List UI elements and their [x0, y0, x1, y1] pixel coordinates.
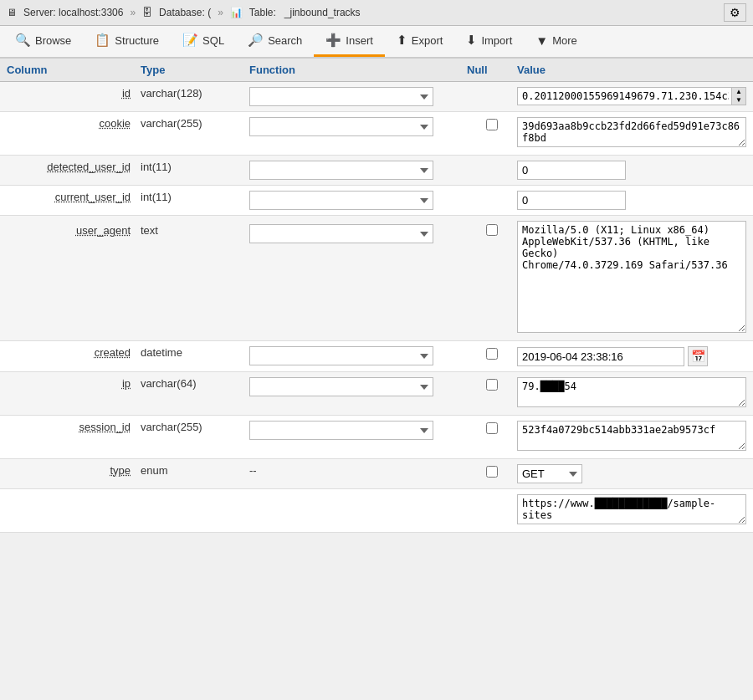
column-link-session-id[interactable]: session_id [79, 421, 131, 433]
function-created [249, 346, 467, 365]
input-cookie[interactable]: 39d693aa8b9ccb23fd2d66fed59d91e73c86f8bd [517, 117, 746, 147]
type-type: enum [141, 464, 249, 477]
search-button[interactable]: 🔎 Search [236, 26, 314, 57]
function-ip [249, 377, 467, 396]
insert-icon: ➕ [325, 33, 341, 48]
table-row: session_id varchar(255) 523f4a0729bc514a… [0, 416, 753, 459]
enum-wrapper-type: GET POST PUT DELETE [517, 464, 746, 483]
column-link-cookie[interactable]: cookie [99, 117, 131, 130]
header-column: Column [7, 64, 141, 76]
structure-label: Structure [115, 34, 159, 47]
value-detected-user-id [517, 161, 746, 180]
settings-button[interactable]: ⚙ [724, 3, 746, 22]
function-select-current-user-id[interactable] [249, 191, 433, 210]
insert-button[interactable]: ➕ Insert [314, 26, 385, 57]
title-bar: 🖥 Server: localhost:3306 » 🗄 Database: (… [0, 0, 753, 26]
function-id [249, 87, 467, 106]
structure-button[interactable]: 📋 Structure [83, 26, 171, 57]
input-ip[interactable]: 79.<span class="blurred-box"></span>54 [517, 377, 746, 407]
input-created[interactable] [517, 347, 684, 366]
browse-button[interactable]: 🔍 Browse [3, 26, 83, 57]
input-detected-user-id[interactable] [517, 161, 626, 180]
table-row: https://www.<span style="background:#ccc… [0, 489, 753, 533]
input-url[interactable]: https://www.<span style="background:#ccc… [517, 494, 746, 524]
search-label: Search [268, 34, 302, 47]
null-created[interactable] [467, 346, 517, 360]
more-label: More [552, 34, 577, 47]
insert-label: Insert [346, 34, 373, 47]
null-checkbox-cookie[interactable] [486, 119, 498, 130]
more-icon: ▼ [535, 33, 548, 48]
null-checkbox-type[interactable] [486, 466, 498, 478]
enum-select-type[interactable]: GET POST PUT DELETE [517, 464, 582, 483]
value-cookie: 39d693aa8b9ccb23fd2d66fed59d91e73c86f8bd [517, 117, 746, 150]
server-label: Server: localhost:3306 [23, 7, 123, 18]
column-link-ip[interactable]: ip [122, 377, 131, 390]
column-link-created[interactable]: created [95, 346, 131, 359]
function-select-created[interactable] [249, 346, 433, 365]
sql-button[interactable]: 📝 SQL [171, 26, 236, 57]
header-type: Type [141, 64, 249, 76]
sql-icon: 📝 [182, 33, 198, 48]
null-ip[interactable] [467, 377, 517, 391]
input-current-user-id[interactable] [517, 191, 626, 210]
null-checkbox-session-id[interactable] [486, 422, 498, 434]
type-ip: varchar(64) [141, 377, 249, 390]
null-cookie[interactable] [467, 117, 517, 130]
export-button[interactable]: ⬆ Export [385, 26, 455, 57]
null-current-user-id [467, 191, 517, 192]
spinner-down-id[interactable]: ▼ [732, 96, 745, 105]
import-button[interactable]: ⬇ Import [454, 26, 524, 57]
export-label: Export [412, 34, 443, 47]
null-url [467, 494, 517, 496]
column-link-current-user-id[interactable]: current_user_id [55, 191, 131, 203]
function-select-detected-user-id[interactable] [249, 161, 433, 180]
value-user-agent: Mozilla/5.0 (X11; Linux x86_64) AppleWeb… [517, 221, 746, 335]
type-detected-user-id: int(11) [141, 161, 249, 173]
datetime-wrapper-created: 📅 [517, 346, 746, 366]
null-checkbox-user-agent[interactable] [486, 224, 498, 236]
export-icon: ⬆ [397, 33, 407, 48]
type-current-user-id: int(11) [141, 191, 249, 203]
column-created: created [7, 346, 141, 359]
function-select-ip[interactable] [249, 377, 433, 396]
column-session-id: session_id [7, 421, 141, 433]
toolbar: 🔍 Browse 📋 Structure 📝 SQL 🔎 Search ➕ In… [0, 26, 753, 59]
function-select-cookie[interactable] [249, 117, 433, 136]
column-cookie: cookie [7, 117, 141, 130]
input-user-agent[interactable]: Mozilla/5.0 (X11; Linux x86_64) AppleWeb… [517, 221, 746, 333]
import-label: Import [481, 34, 512, 47]
null-checkbox-ip[interactable] [486, 379, 498, 391]
spinner-up-id[interactable]: ▲ [732, 88, 745, 96]
function-detected-user-id [249, 161, 467, 180]
function-select-id[interactable] [249, 87, 433, 106]
function-dash-type: -- [249, 464, 257, 477]
column-link-user-agent[interactable]: user_agent [76, 224, 131, 237]
column-link-detected-user-id[interactable]: detected_user_id [47, 161, 131, 173]
value-type: GET POST PUT DELETE [517, 464, 746, 483]
browse-label: Browse [35, 34, 71, 47]
sql-label: SQL [202, 34, 224, 47]
structure-icon: 📋 [95, 33, 110, 48]
function-current-user-id [249, 191, 467, 210]
null-checkbox-created[interactable] [486, 348, 498, 360]
input-session-id[interactable]: 523f4a0729bc514abb331ae2ab9573cf [517, 421, 746, 451]
null-type[interactable] [467, 464, 517, 478]
table-row: cookie varchar(255) 39d693aa8b9ccb23fd2d… [0, 112, 753, 156]
function-user-agent [249, 221, 467, 243]
function-select-user-agent[interactable] [249, 224, 433, 243]
column-id: id [7, 87, 141, 100]
browse-icon: 🔍 [15, 33, 31, 48]
more-button[interactable]: ▼ More [524, 26, 588, 57]
column-link-type[interactable]: type [110, 464, 131, 477]
search-icon: 🔎 [248, 33, 264, 48]
input-id[interactable] [517, 87, 746, 105]
column-link-id[interactable]: id [122, 87, 131, 100]
null-user-agent[interactable] [467, 221, 517, 236]
function-select-session-id[interactable] [249, 421, 433, 440]
value-url: https://www.<span style="background:#ccc… [517, 494, 746, 527]
header-null: Null [467, 64, 517, 76]
calendar-button-created[interactable]: 📅 [688, 346, 708, 366]
column-current-user-id: current_user_id [7, 191, 141, 203]
null-session-id[interactable] [467, 421, 517, 434]
